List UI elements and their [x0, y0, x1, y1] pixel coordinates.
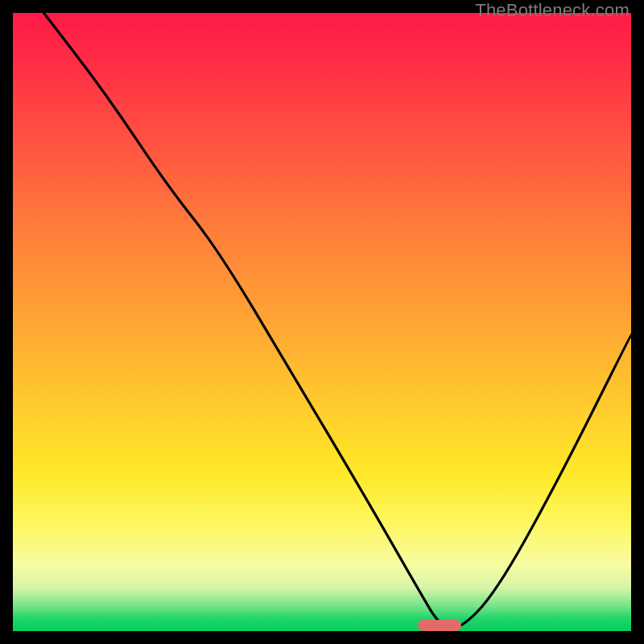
watermark-text: TheBottleneck.com [475, 0, 630, 21]
bottleneck-curve [13, 13, 631, 631]
chart-container: TheBottleneck.com [0, 0, 644, 644]
plot-area [13, 13, 631, 631]
optimal-marker [418, 620, 461, 631]
